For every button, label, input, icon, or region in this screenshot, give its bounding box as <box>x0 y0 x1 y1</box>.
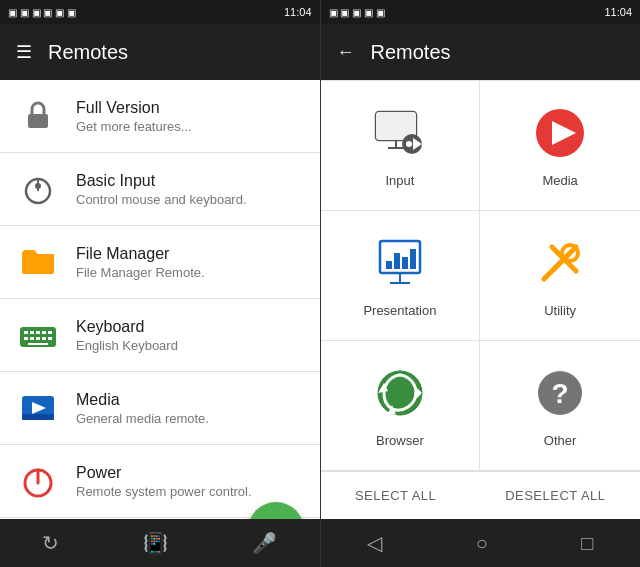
keyboard-title: Keyboard <box>76 318 178 336</box>
grid-item-media[interactable]: Media <box>480 81 640 211</box>
question-icon: ? <box>530 363 590 423</box>
grid-item-other[interactable]: ? Other <box>480 341 640 471</box>
basic-input-title: Basic Input <box>76 172 247 190</box>
svg-point-3 <box>35 183 41 189</box>
list-item-media[interactable]: Media General media remote. <box>0 372 320 445</box>
svg-rect-33 <box>386 261 392 269</box>
browser-label: Browser <box>376 433 424 448</box>
basic-input-subtitle: Control mouse and keyboard. <box>76 192 247 207</box>
remotes-grid: Input Media <box>321 80 641 471</box>
folder-icon <box>16 240 60 284</box>
file-manager-subtitle: File Manager Remote. <box>76 265 205 280</box>
vibrate-icon[interactable]: 📳 <box>143 531 168 555</box>
power-icon <box>16 459 60 503</box>
media-text: Media General media remote. <box>76 391 209 426</box>
notification-icons: ▣ ▣ ▣ ▣ ▣ ▣ <box>8 7 76 18</box>
right-home-icon[interactable]: ○ <box>476 532 488 555</box>
svg-rect-18 <box>22 414 54 420</box>
select-all-button[interactable]: SELECT ALL <box>339 480 452 511</box>
file-manager-title: File Manager <box>76 245 205 263</box>
right-notification-icons: ▣ ▣ ▣ ▣ ▣ <box>329 7 385 18</box>
left-status-icons: ▣ ▣ ▣ ▣ ▣ ▣ <box>8 7 76 18</box>
presentation-label: Presentation <box>363 303 436 318</box>
left-time: 11:04 <box>284 6 312 18</box>
svg-rect-0 <box>28 114 48 128</box>
right-time: 11:04 <box>604 6 632 18</box>
media-title: Media <box>76 391 209 409</box>
right-bottom-bar: ◁ ○ □ <box>321 519 641 567</box>
right-status-bar: ▣ ▣ ▣ ▣ ▣ 11:04 <box>321 0 641 24</box>
full-version-text: Full Version Get more features... <box>76 99 192 134</box>
right-square-icon[interactable]: □ <box>581 532 593 555</box>
svg-rect-34 <box>394 253 400 269</box>
svg-rect-6 <box>30 331 34 334</box>
right-toolbar: ← Remotes <box>321 24 641 80</box>
right-status-icons: ▣ ▣ ▣ ▣ ▣ <box>329 7 385 18</box>
full-version-subtitle: Get more features... <box>76 119 192 134</box>
presentation-icon <box>370 233 430 293</box>
list-item-full-version[interactable]: Full Version Get more features... <box>0 80 320 153</box>
grid-item-browser[interactable]: Browser <box>321 341 481 471</box>
svg-rect-10 <box>24 337 28 340</box>
right-toolbar-title: Remotes <box>371 41 451 64</box>
power-text: Power Remote system power control. <box>76 464 252 499</box>
browser-icon <box>370 363 430 423</box>
svg-rect-15 <box>28 343 48 345</box>
deselect-all-button[interactable]: DESELECT ALL <box>489 480 621 511</box>
list-item-basic-input[interactable]: Basic Input Control mouse and keyboard. <box>0 153 320 226</box>
svg-rect-7 <box>36 331 40 334</box>
grid-item-input[interactable]: Input <box>321 81 481 211</box>
play-circle-icon <box>530 103 590 163</box>
grid-item-utility[interactable]: Utility <box>480 211 640 341</box>
hamburger-icon[interactable]: ☰ <box>16 41 32 63</box>
svg-rect-13 <box>42 337 46 340</box>
back-icon[interactable]: ← <box>337 42 355 63</box>
power-subtitle: Remote system power control. <box>76 484 252 499</box>
left-status-right: 11:04 <box>284 6 312 18</box>
file-manager-text: File Manager File Manager Remote. <box>76 245 205 280</box>
grid-item-presentation[interactable]: Presentation <box>321 211 481 341</box>
left-toolbar: ☰ Remotes <box>0 24 320 80</box>
media-remote-icon <box>16 386 60 430</box>
basic-input-text: Basic Input Control mouse and keyboard. <box>76 172 247 207</box>
power-title: Power <box>76 464 252 482</box>
tools-icon <box>530 233 590 293</box>
right-panel: ▣ ▣ ▣ ▣ ▣ 11:04 ← Remotes <box>321 0 641 567</box>
svg-rect-11 <box>30 337 34 340</box>
keyboard-icon <box>16 313 60 357</box>
media-grid-label: Media <box>542 173 577 188</box>
svg-rect-35 <box>402 257 408 269</box>
list-item-keyboard[interactable]: Keyboard English Keyboard <box>0 299 320 372</box>
refresh-icon[interactable]: ↻ <box>42 531 59 555</box>
input-label: Input <box>385 173 414 188</box>
right-back-icon[interactable]: ◁ <box>367 531 382 555</box>
mic-icon[interactable]: 🎤 <box>252 531 277 555</box>
svg-point-26 <box>406 141 412 147</box>
list-item-file-manager[interactable]: File Manager File Manager Remote. <box>0 226 320 299</box>
full-version-title: Full Version <box>76 99 192 117</box>
left-bottom-bar: ↻ 📳 🎤 <box>0 519 320 567</box>
svg-rect-12 <box>36 337 40 340</box>
media-subtitle: General media remote. <box>76 411 209 426</box>
left-toolbar-title: Remotes <box>48 41 128 64</box>
action-bar: SELECT ALL DESELECT ALL <box>321 471 641 519</box>
other-label: Other <box>544 433 577 448</box>
svg-rect-14 <box>48 337 52 340</box>
keyboard-text: Keyboard English Keyboard <box>76 318 178 353</box>
mouse-icon <box>16 167 60 211</box>
lock-icon <box>16 94 60 138</box>
svg-text:?: ? <box>552 378 569 409</box>
monitor-icon <box>370 103 430 163</box>
right-status-right: 11:04 <box>604 6 632 18</box>
keyboard-subtitle: English Keyboard <box>76 338 178 353</box>
utility-label: Utility <box>544 303 576 318</box>
left-status-bar: ▣ ▣ ▣ ▣ ▣ ▣ 11:04 <box>0 0 320 24</box>
svg-rect-9 <box>48 331 52 334</box>
svg-rect-36 <box>410 249 416 269</box>
left-panel: ▣ ▣ ▣ ▣ ▣ ▣ 11:04 ☰ Remotes Full Version… <box>0 0 321 567</box>
left-list: Full Version Get more features... Basic … <box>0 80 320 519</box>
svg-rect-5 <box>24 331 28 334</box>
svg-rect-8 <box>42 331 46 334</box>
